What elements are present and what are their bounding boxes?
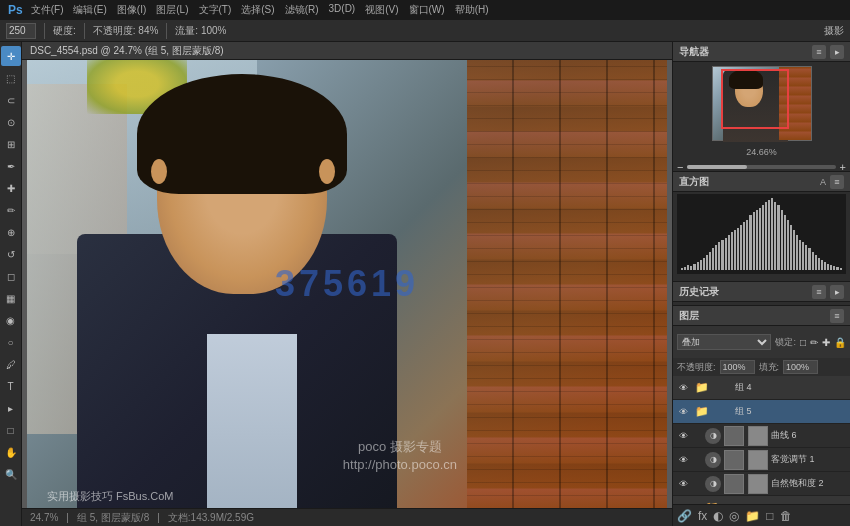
pen-tool[interactable]: 🖊 [1,354,21,374]
history-expand-btn[interactable]: ▸ [830,285,844,299]
menu-bar[interactable]: 文件(F) 编辑(E) 图像(I) 图层(L) 文字(T) 选择(S) 滤镜(R… [31,3,489,17]
new-layer-btn[interactable]: □ [766,509,773,523]
navigator-thumbnail-area[interactable] [673,62,850,145]
history-menu-btn[interactable]: ≡ [812,285,826,299]
menu-3d[interactable]: 3D(D) [329,3,356,17]
bottom-watermark: 实用摄影技巧 FsBus.CoM [47,489,174,504]
blend-mode-select[interactable]: 叠加 [677,334,771,350]
histogram-bar [821,260,823,270]
dodge-tool[interactable]: ○ [1,332,21,352]
histogram-bar [805,245,807,270]
healing-tool[interactable]: ✚ [1,178,21,198]
history-item-label: 动作 1 [700,304,728,305]
add-mask-btn[interactable]: ◐ [713,509,723,523]
history-list[interactable]: ▶动作 1▶起标▶scharf▶auto 1▶autoskin color1▶复… [673,302,850,305]
tools-panel: ✛ ⬚ ⊂ ⊙ ⊞ ✒ ✚ ✏ ⊕ ↺ ◻ ▦ ◉ ○ 🖊 T ▸ □ ✋ 🔍 [0,42,22,526]
menu-help[interactable]: 帮助(H) [455,3,489,17]
lasso-tool[interactable]: ⊂ [1,90,21,110]
navigator-expand-btn[interactable]: ▸ [830,45,844,59]
lock-label: 锁定: [775,336,796,349]
menu-text[interactable]: 文字(T) [199,3,232,17]
layers-list[interactable]: 👁 📁 组 4 👁 📁 组 5 👁 ◑ 曲线 6 👁 ◑ 客觉调节 1 👁 ◑ … [673,376,850,504]
histogram-icons[interactable]: A ≡ [820,175,844,189]
lock-position-btn[interactable]: ✚ [822,337,830,348]
canvas-content[interactable]: 375619 poco 摄影专题 http://photo.poco.cn 实用… [22,60,672,508]
layer-thumbnail [712,402,732,422]
gradient-tool[interactable]: ▦ [1,288,21,308]
histogram-bar [721,240,723,270]
clone-tool[interactable]: ⊕ [1,222,21,242]
hand-tool[interactable]: ✋ [1,442,21,462]
menu-filter[interactable]: 滤镜(R) [285,3,319,17]
quick-select-tool[interactable]: ⊙ [1,112,21,132]
history-icons[interactable]: ≡ ▸ [812,285,844,299]
layer-mask [748,450,768,470]
delete-layer-btn[interactable]: 🗑 [780,509,792,523]
layer-item[interactable]: 👁 📁 组 4 [673,376,850,400]
menu-select[interactable]: 选择(S) [241,3,274,17]
lock-transparent-btn[interactable]: □ [800,337,806,348]
menu-layer[interactable]: 图层(L) [156,3,188,17]
navigator-thumbnail[interactable] [712,66,812,141]
menu-view[interactable]: 视图(V) [365,3,398,17]
layer-item[interactable]: 👁 ◑ 曲线 6 [673,424,850,448]
blur-tool[interactable]: ◉ [1,310,21,330]
layers-icons[interactable]: ≡ [830,309,844,323]
history-item[interactable]: ▶动作 1 [673,302,850,305]
text-tool[interactable]: T [1,376,21,396]
menu-window[interactable]: 窗口(W) [409,3,445,17]
histogram-title: 直方图 [679,175,709,189]
shape-tool[interactable]: □ [1,420,21,440]
brush-size-input[interactable] [6,23,36,39]
brush-tool[interactable]: ✏ [1,200,21,220]
menu-edit[interactable]: 编辑(E) [73,3,106,17]
layers-menu-btn[interactable]: ≡ [830,309,844,323]
layer-visibility[interactable]: 👁 [677,430,689,442]
layers-title: 图层 [679,309,699,323]
menu-image[interactable]: 图像(I) [117,3,146,17]
histogram-bar [802,242,804,270]
layer-name: 自然饱和度 2 [771,477,846,490]
doc-tab[interactable]: DSC_4554.psd @ 24.7% (组 5, 图层蒙版/8) [22,42,672,60]
add-style-btn[interactable]: fx [698,509,707,523]
crop-tool[interactable]: ⊞ [1,134,21,154]
poco-text1: poco 摄影专题 [343,438,457,456]
zoom-tool[interactable]: 🔍 [1,464,21,484]
lock-all-btn[interactable]: 🔒 [834,337,846,348]
layer-name: 客觉调节 1 [771,453,846,466]
layer-visibility[interactable]: 👁 [677,382,689,394]
navigator-menu-btn[interactable]: ≡ [812,45,826,59]
lock-image-btn[interactable]: ✏ [810,337,818,348]
histogram-bar [768,200,770,270]
zoom-slider[interactable] [687,165,835,169]
histogram-bar [781,210,783,270]
nav-viewport-box[interactable] [721,69,789,129]
new-fill-btn[interactable]: ◎ [729,509,739,523]
histogram-panel: 直方图 A ≡ [673,172,850,282]
fill-input[interactable] [783,360,818,374]
navigator-zoom-value: 24.66% [673,145,850,159]
marquee-tool[interactable]: ⬚ [1,68,21,88]
history-brush-tool[interactable]: ↺ [1,244,21,264]
move-tool[interactable]: ✛ [1,46,21,66]
layer-visibility[interactable]: 👁 [677,478,689,490]
navigator-icons[interactable]: ≡ ▸ [812,45,844,59]
link-layers-btn[interactable]: 🔗 [677,509,692,523]
menu-file[interactable]: 文件(F) [31,3,64,17]
layer-item[interactable]: 👁 📁 Dodge & Burn [673,496,850,504]
opacity-input[interactable] [720,360,755,374]
new-group-btn[interactable]: 📁 [745,509,760,523]
histogram-bar [824,262,826,270]
layer-visibility[interactable]: 👁 [677,454,689,466]
layer-item[interactable]: 👁 ◑ 客觉调节 1 [673,448,850,472]
doc-tab-name: DSC_4554.psd @ 24.7% (组 5, 图层蒙版/8) [30,44,224,58]
eyedropper-tool[interactable]: ✒ [1,156,21,176]
layer-item[interactable]: 👁 📁 组 5 [673,400,850,424]
eraser-tool[interactable]: ◻ [1,266,21,286]
histogram-menu-btn[interactable]: ≡ [830,175,844,189]
layers-bottom: 🔗 fx ◐ ◎ 📁 □ 🗑 [673,504,850,526]
poco-watermark: poco 摄影专题 http://photo.poco.cn [343,438,457,474]
layer-visibility[interactable]: 👁 [677,406,689,418]
layer-item[interactable]: 👁 ◑ 自然饱和度 2 [673,472,850,496]
path-select-tool[interactable]: ▸ [1,398,21,418]
